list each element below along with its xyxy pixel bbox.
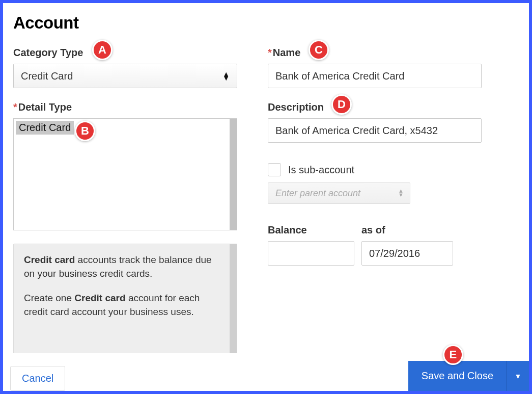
annotation-badge-a: A [92,40,113,60]
right-column: C Name D Description Is sub-account Ente [268,47,482,353]
left-column: A Category Type Credit Card ▲▼ Detail Ty… [13,47,237,353]
parent-account-select[interactable]: Enter parent account ▲▼ [268,182,410,204]
balance-input[interactable] [268,241,354,266]
description-input[interactable] [268,118,482,143]
name-input[interactable] [268,64,482,88]
detail-type-hint: Credit card accounts track the balance d… [13,244,237,353]
sub-account-label: Is sub-account [288,164,354,176]
chevron-down-icon: ▼ [515,372,522,380]
category-type-select[interactable]: Credit Card ▲▼ [13,64,237,88]
cancel-button[interactable]: Cancel [10,366,65,391]
hint-paragraph-2: Create one Credit card account for each … [24,292,227,319]
page-title: Account [13,13,519,33]
annotation-badge-c: C [309,40,329,60]
description-field: D Description [268,101,482,143]
dialog-body: Account A Category Type Credit Card ▲▼ D… [3,3,529,353]
save-dropdown-button[interactable]: ▼ [507,361,529,391]
balance-label: Balance [268,224,354,236]
asof-input[interactable] [361,241,453,266]
annotation-badge-b: B [75,121,95,141]
detail-type-field: Detail Type Credit Card B [13,101,237,230]
select-arrows-icon: ▲▼ [398,189,404,197]
annotation-badge-e: E [443,345,463,365]
select-arrows-icon: ▲▼ [222,72,230,81]
annotation-badge-d: D [331,94,352,115]
detail-type-item[interactable]: Credit Card [16,121,74,135]
name-label: Name [268,47,482,59]
hint-scrollbar[interactable] [230,244,237,353]
sub-account-row: Is sub-account [268,163,482,176]
detail-type-listbox[interactable]: Credit Card B [13,118,237,230]
parent-account-placeholder: Enter parent account [275,188,360,199]
balance-field: Balance as of [268,224,482,266]
sub-account-checkbox[interactable] [268,163,281,176]
category-type-label: Category Type [13,47,237,59]
save-button-group: E Save and Close ▼ [408,361,529,391]
save-and-close-button[interactable]: Save and Close [408,361,507,391]
dialog-footer: Cancel E Save and Close ▼ [3,353,529,391]
detail-type-label: Detail Type [13,101,237,113]
account-dialog: Account A Category Type Credit Card ▲▼ D… [3,3,529,391]
name-field: C Name [268,47,482,88]
sub-account-field: Is sub-account Enter parent account ▲▼ [268,163,482,204]
listbox-scrollbar[interactable] [230,119,237,230]
description-label: Description [268,101,482,113]
hint-paragraph-1: Credit card accounts track the balance d… [24,253,227,280]
category-type-value: Credit Card [21,70,73,82]
asof-label: as of [361,224,453,236]
form-columns: A Category Type Credit Card ▲▼ Detail Ty… [13,47,519,353]
category-type-field: A Category Type Credit Card ▲▼ [13,47,237,88]
